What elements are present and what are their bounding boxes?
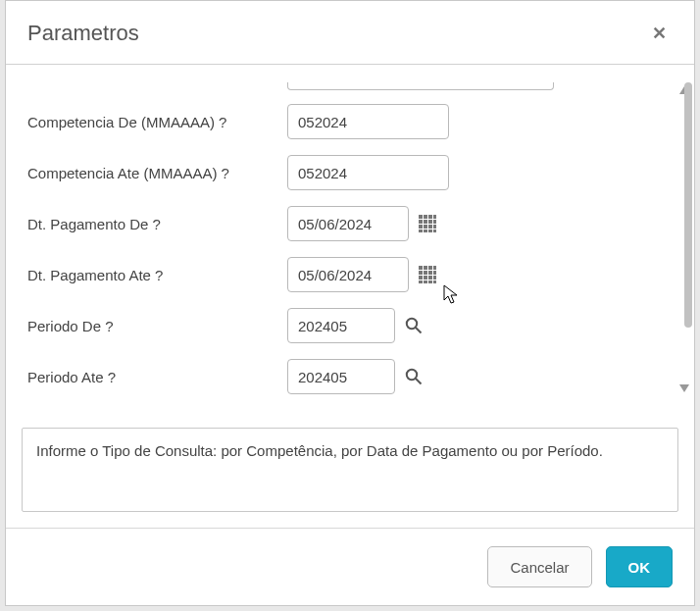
svg-rect-6 (428, 220, 432, 224)
svg-rect-19 (433, 266, 436, 270)
help-text: Informe o Tipo de Consulta: por Competên… (36, 442, 664, 459)
svg-rect-31 (433, 280, 436, 283)
truncated-previous-field (27, 82, 655, 90)
svg-rect-25 (424, 276, 427, 280)
search-icon (405, 317, 423, 334)
label-competencia-ate: Competencia Ate (MMAAAA) ? (27, 165, 287, 181)
cancel-button[interactable]: Cancelar (487, 546, 591, 587)
input-competencia-de[interactable] (287, 104, 449, 139)
svg-point-32 (407, 319, 417, 329)
svg-line-33 (416, 328, 422, 333)
svg-rect-23 (433, 271, 436, 275)
row-periodo-ate: Periodo Ate ? (27, 359, 655, 394)
row-competencia-ate: Competencia Ate (MMAAAA) ? (27, 155, 655, 190)
svg-rect-12 (419, 229, 423, 232)
label-dt-pagamento-ate: Dt. Pagamento Ate ? (27, 267, 287, 283)
svg-rect-8 (419, 225, 423, 229)
truncated-input-bottom (287, 82, 554, 90)
svg-rect-28 (419, 280, 423, 283)
dialog-body: Competencia De (MMAAAA) ? Competencia At… (6, 65, 694, 416)
svg-rect-24 (419, 276, 423, 280)
search-icon (405, 368, 423, 385)
svg-rect-2 (428, 215, 432, 219)
row-competencia-de: Competencia De (MMAAAA) ? (27, 104, 655, 139)
svg-rect-3 (433, 215, 436, 219)
svg-rect-13 (424, 229, 427, 232)
label-periodo-ate: Periodo Ate ? (27, 369, 287, 385)
svg-rect-14 (428, 229, 432, 232)
svg-rect-7 (433, 220, 436, 224)
dialog-header: Parametros ✕ (6, 1, 694, 65)
svg-rect-9 (424, 225, 427, 229)
svg-rect-15 (433, 229, 436, 232)
svg-line-35 (416, 379, 422, 384)
svg-rect-27 (433, 276, 436, 280)
svg-rect-26 (428, 276, 432, 280)
svg-rect-22 (428, 271, 432, 275)
scrollbar-thumb[interactable] (684, 82, 692, 328)
svg-rect-5 (424, 220, 427, 224)
parametros-dialog: Parametros ✕ Competencia De (MMAAAA) ? C… (5, 0, 695, 606)
row-periodo-de: Periodo De ? (27, 308, 655, 343)
row-dt-pagamento-de: Dt. Pagamento De ? (27, 206, 655, 241)
input-periodo-de[interactable] (287, 308, 395, 343)
svg-rect-16 (419, 266, 423, 270)
label-competencia-de: Competencia De (MMAAAA) ? (27, 114, 287, 130)
scrollbar[interactable] (680, 82, 692, 396)
calendar-icon (419, 215, 436, 232)
search-button-periodo-de[interactable] (405, 317, 423, 334)
svg-rect-0 (419, 215, 423, 219)
label-periodo-de: Periodo De ? (27, 318, 287, 334)
search-button-periodo-ate[interactable] (405, 368, 423, 385)
ok-button[interactable]: OK (606, 546, 674, 587)
calendar-button-dt-pagamento-de[interactable] (419, 215, 436, 232)
svg-rect-17 (424, 266, 427, 270)
input-dt-pagamento-ate[interactable] (287, 257, 409, 292)
input-periodo-ate[interactable] (287, 359, 395, 394)
svg-rect-10 (428, 225, 432, 229)
svg-rect-4 (419, 220, 423, 224)
svg-rect-21 (424, 271, 427, 275)
dialog-title: Parametros (27, 21, 139, 46)
svg-rect-1 (424, 215, 427, 219)
svg-rect-11 (433, 225, 436, 229)
input-dt-pagamento-de[interactable] (287, 206, 409, 241)
form-scroll-area[interactable]: Competencia De (MMAAAA) ? Competencia At… (6, 65, 676, 416)
help-panel: Informe o Tipo de Consulta: por Competên… (22, 428, 678, 512)
calendar-button-dt-pagamento-ate[interactable] (419, 266, 436, 283)
svg-rect-20 (419, 271, 423, 275)
svg-point-34 (407, 370, 417, 380)
scroll-down-icon (679, 384, 689, 392)
dialog-footer: Cancelar OK (6, 529, 694, 605)
row-dt-pagamento-ate: Dt. Pagamento Ate ? (27, 257, 655, 292)
svg-rect-18 (428, 266, 432, 270)
label-dt-pagamento-de: Dt. Pagamento De ? (27, 216, 287, 232)
input-competencia-ate[interactable] (287, 155, 449, 190)
close-button[interactable]: ✕ (646, 21, 673, 46)
close-icon: ✕ (652, 24, 667, 43)
svg-rect-30 (428, 280, 432, 283)
svg-rect-29 (424, 280, 427, 283)
calendar-icon (419, 266, 436, 283)
